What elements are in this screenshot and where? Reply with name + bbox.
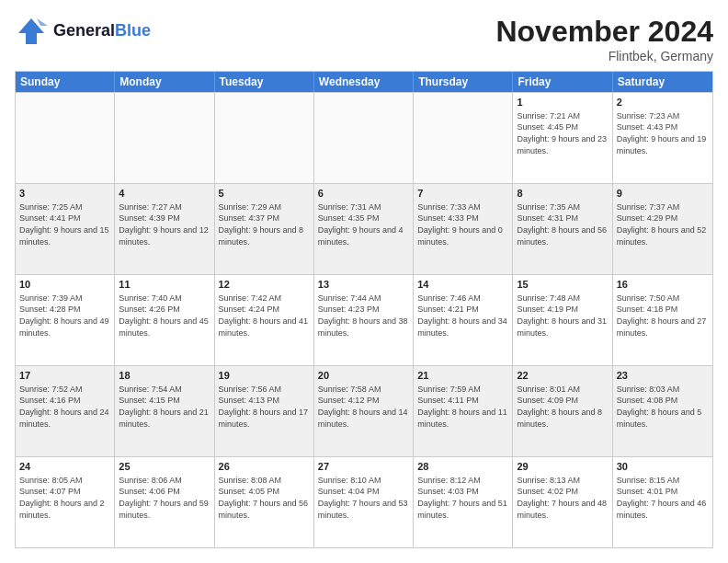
location: Flintbek, Germany (495, 49, 713, 63)
day-number: 14 (417, 278, 508, 292)
table-row: 10Sunrise: 7:39 AM Sunset: 4:28 PM Dayli… (16, 275, 115, 365)
month-title: November 2024 (495, 15, 713, 49)
day-info: Sunrise: 7:44 AM Sunset: 4:23 PM Dayligh… (318, 293, 409, 339)
day-number: 10 (19, 278, 110, 292)
day-info: Sunrise: 7:21 AM Sunset: 4:45 PM Dayligh… (517, 110, 608, 156)
day-number: 6 (318, 187, 409, 201)
day-number: 13 (318, 278, 409, 292)
day-info: Sunrise: 8:06 AM Sunset: 4:06 PM Dayligh… (119, 475, 210, 521)
table-row: 11Sunrise: 7:40 AM Sunset: 4:26 PM Dayli… (115, 275, 214, 365)
table-row: 25Sunrise: 8:06 AM Sunset: 4:06 PM Dayli… (115, 457, 214, 547)
day-number: 9 (617, 187, 709, 201)
calendar-row: 17Sunrise: 7:52 AM Sunset: 4:16 PM Dayli… (16, 365, 712, 456)
day-number: 29 (517, 460, 608, 474)
calendar-body: 1Sunrise: 7:21 AM Sunset: 4:45 PM Daylig… (16, 92, 712, 547)
table-row: 14Sunrise: 7:46 AM Sunset: 4:21 PM Dayli… (414, 275, 513, 365)
day-info: Sunrise: 7:59 AM Sunset: 4:11 PM Dayligh… (417, 384, 508, 430)
logo-text: GeneralBlue (53, 22, 151, 40)
logo-icon (15, 15, 48, 48)
day-number: 21 (417, 369, 508, 383)
weekday-saturday: Saturday (613, 72, 712, 92)
weekday-friday: Friday (513, 72, 612, 92)
table-row: 16Sunrise: 7:50 AM Sunset: 4:18 PM Dayli… (613, 275, 712, 365)
day-number: 16 (617, 278, 709, 292)
day-number: 28 (417, 460, 508, 474)
day-number: 23 (617, 369, 709, 383)
table-row: 5Sunrise: 7:29 AM Sunset: 4:37 PM Daylig… (215, 184, 314, 274)
table-row: 21Sunrise: 7:59 AM Sunset: 4:11 PM Dayli… (414, 366, 513, 456)
logo: GeneralBlue (15, 15, 151, 48)
day-info: Sunrise: 8:15 AM Sunset: 4:01 PM Dayligh… (617, 475, 709, 521)
day-info: Sunrise: 7:54 AM Sunset: 4:15 PM Dayligh… (119, 384, 210, 430)
day-info: Sunrise: 7:35 AM Sunset: 4:31 PM Dayligh… (517, 201, 608, 247)
day-info: Sunrise: 7:25 AM Sunset: 4:41 PM Dayligh… (19, 201, 110, 247)
day-number: 7 (417, 187, 508, 201)
day-info: Sunrise: 8:10 AM Sunset: 4:04 PM Dayligh… (318, 475, 409, 521)
table-row: 29Sunrise: 8:13 AM Sunset: 4:02 PM Dayli… (513, 457, 612, 547)
day-number: 8 (517, 187, 608, 201)
calendar: Sunday Monday Tuesday Wednesday Thursday… (15, 71, 713, 548)
calendar-row: 24Sunrise: 8:05 AM Sunset: 4:07 PM Dayli… (16, 456, 712, 547)
day-info: Sunrise: 8:01 AM Sunset: 4:09 PM Dayligh… (517, 384, 608, 430)
day-number: 5 (219, 187, 310, 201)
table-row: 24Sunrise: 8:05 AM Sunset: 4:07 PM Dayli… (16, 457, 115, 547)
day-info: Sunrise: 7:29 AM Sunset: 4:37 PM Dayligh… (219, 201, 310, 247)
table-row: 18Sunrise: 7:54 AM Sunset: 4:15 PM Dayli… (115, 366, 214, 456)
table-row: 28Sunrise: 8:12 AM Sunset: 4:03 PM Dayli… (414, 457, 513, 547)
table-row: 13Sunrise: 7:44 AM Sunset: 4:23 PM Dayli… (314, 275, 414, 365)
day-number: 3 (19, 187, 110, 201)
day-number: 22 (517, 369, 608, 383)
day-info: Sunrise: 7:50 AM Sunset: 4:18 PM Dayligh… (617, 293, 709, 339)
table-row: 23Sunrise: 8:03 AM Sunset: 4:08 PM Dayli… (613, 366, 712, 456)
weekday-wednesday: Wednesday (314, 72, 414, 92)
table-row: 7Sunrise: 7:33 AM Sunset: 4:33 PM Daylig… (414, 184, 513, 274)
weekday-thursday: Thursday (414, 72, 513, 92)
table-row: 22Sunrise: 8:01 AM Sunset: 4:09 PM Dayli… (513, 366, 612, 456)
table-row (215, 93, 314, 183)
day-number: 12 (219, 278, 310, 292)
day-number: 30 (617, 460, 709, 474)
day-info: Sunrise: 8:08 AM Sunset: 4:05 PM Dayligh… (219, 475, 310, 521)
day-info: Sunrise: 7:40 AM Sunset: 4:26 PM Dayligh… (119, 293, 210, 339)
table-row (314, 93, 414, 183)
table-row: 15Sunrise: 7:48 AM Sunset: 4:19 PM Dayli… (513, 275, 612, 365)
table-row: 9Sunrise: 7:37 AM Sunset: 4:29 PM Daylig… (613, 184, 712, 274)
day-info: Sunrise: 8:03 AM Sunset: 4:08 PM Dayligh… (617, 384, 709, 430)
day-info: Sunrise: 7:33 AM Sunset: 4:33 PM Dayligh… (417, 201, 508, 247)
day-info: Sunrise: 8:12 AM Sunset: 4:03 PM Dayligh… (417, 475, 508, 521)
day-info: Sunrise: 7:23 AM Sunset: 4:43 PM Dayligh… (617, 110, 709, 156)
day-info: Sunrise: 7:52 AM Sunset: 4:16 PM Dayligh… (19, 384, 110, 430)
day-number: 25 (119, 460, 210, 474)
header: GeneralBlue November 2024 Flintbek, Germ… (15, 15, 713, 63)
day-info: Sunrise: 8:13 AM Sunset: 4:02 PM Dayligh… (517, 475, 608, 521)
calendar-row: 1Sunrise: 7:21 AM Sunset: 4:45 PM Daylig… (16, 92, 712, 183)
svg-marker-1 (37, 18, 48, 26)
day-info: Sunrise: 7:48 AM Sunset: 4:19 PM Dayligh… (517, 293, 608, 339)
table-row: 6Sunrise: 7:31 AM Sunset: 4:35 PM Daylig… (314, 184, 414, 274)
day-number: 2 (617, 96, 709, 109)
table-row: 12Sunrise: 7:42 AM Sunset: 4:24 PM Dayli… (215, 275, 314, 365)
day-info: Sunrise: 8:05 AM Sunset: 4:07 PM Dayligh… (19, 475, 110, 521)
day-number: 18 (119, 369, 210, 383)
table-row: 3Sunrise: 7:25 AM Sunset: 4:41 PM Daylig… (16, 184, 115, 274)
table-row: 2Sunrise: 7:23 AM Sunset: 4:43 PM Daylig… (613, 93, 712, 183)
table-row (16, 93, 115, 183)
table-row: 17Sunrise: 7:52 AM Sunset: 4:16 PM Dayli… (16, 366, 115, 456)
day-number: 17 (19, 369, 110, 383)
page: GeneralBlue November 2024 Flintbek, Germ… (0, 0, 728, 563)
table-row: 8Sunrise: 7:35 AM Sunset: 4:31 PM Daylig… (513, 184, 612, 274)
table-row (414, 93, 513, 183)
table-row (115, 93, 214, 183)
table-row: 19Sunrise: 7:56 AM Sunset: 4:13 PM Dayli… (215, 366, 314, 456)
table-row: 4Sunrise: 7:27 AM Sunset: 4:39 PM Daylig… (115, 184, 214, 274)
calendar-row: 3Sunrise: 7:25 AM Sunset: 4:41 PM Daylig… (16, 183, 712, 274)
calendar-header: Sunday Monday Tuesday Wednesday Thursday… (16, 72, 712, 92)
day-info: Sunrise: 7:39 AM Sunset: 4:28 PM Dayligh… (19, 293, 110, 339)
day-info: Sunrise: 7:37 AM Sunset: 4:29 PM Dayligh… (617, 201, 709, 247)
table-row: 20Sunrise: 7:58 AM Sunset: 4:12 PM Dayli… (314, 366, 414, 456)
table-row: 1Sunrise: 7:21 AM Sunset: 4:45 PM Daylig… (513, 93, 612, 183)
weekday-sunday: Sunday (16, 72, 115, 92)
weekday-monday: Monday (115, 72, 214, 92)
day-number: 4 (119, 187, 210, 201)
day-info: Sunrise: 7:42 AM Sunset: 4:24 PM Dayligh… (219, 293, 310, 339)
